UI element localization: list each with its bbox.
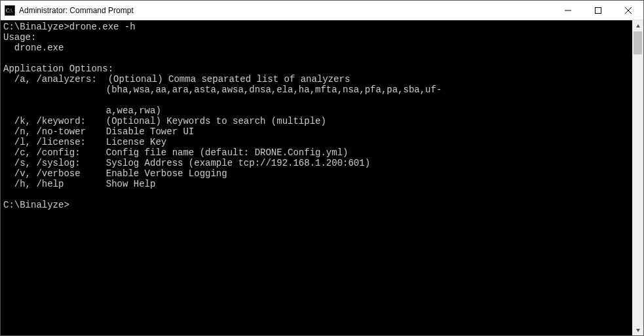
svg-rect-3 bbox=[596, 7, 601, 13]
svg-text:C:\: C:\ bbox=[6, 8, 13, 14]
options-heading: Application Options: bbox=[3, 64, 113, 74]
titlebar[interactable]: C:\ Administrator: Command Prompt bbox=[1, 1, 643, 20]
option-row: a,wea,rwa) bbox=[3, 105, 632, 116]
svg-marker-6 bbox=[636, 24, 640, 28]
option-row: /l, /license: License Key bbox=[3, 137, 632, 147]
command-prompt-window: C:\ Administrator: Command Prompt C:\Bin… bbox=[0, 0, 644, 336]
option-row: /h, /help Show Help bbox=[3, 179, 632, 189]
option-row: /a, /analyzers: (Optional) Comma separat… bbox=[3, 74, 632, 84]
command-text: drone.exe -h bbox=[69, 22, 136, 32]
app-icon: C:\ bbox=[5, 5, 15, 16]
window-title: Administrator: Command Prompt bbox=[19, 6, 553, 15]
usage-line: drone.exe bbox=[3, 43, 64, 53]
vertical-scrollbar[interactable] bbox=[632, 20, 643, 335]
maximize-button[interactable] bbox=[583, 1, 613, 20]
usage-heading: Usage: bbox=[3, 32, 36, 43]
option-row: (bha,wsa,aa,ara,asta,awsa,dnsa,ela,ha,mf… bbox=[3, 84, 632, 95]
minimize-button[interactable] bbox=[553, 1, 583, 20]
close-button[interactable] bbox=[613, 1, 643, 20]
option-row bbox=[3, 95, 632, 105]
scroll-track[interactable] bbox=[632, 31, 643, 324]
terminal[interactable]: C:\Binalyze>drone.exe -h Usage: drone.ex… bbox=[1, 20, 632, 335]
scroll-down-arrow-icon[interactable] bbox=[632, 324, 643, 335]
option-row: /k, /keyword: (Optional) Keywords to sea… bbox=[3, 116, 632, 126]
scroll-thumb[interactable] bbox=[634, 31, 642, 54]
scroll-up-arrow-icon[interactable] bbox=[632, 20, 643, 31]
option-row: /s, /syslog: Syslog Address (example tcp… bbox=[3, 158, 632, 168]
svg-marker-7 bbox=[636, 329, 640, 332]
window-controls bbox=[553, 1, 643, 20]
prompt: C:\Binalyze> bbox=[3, 200, 69, 210]
prompt: C:\Binalyze> bbox=[3, 22, 69, 32]
option-row: /n, /no-tower Disable Tower UI bbox=[3, 126, 632, 137]
option-row: /c, /config: Config file name (default: … bbox=[3, 147, 632, 158]
option-row: /v, /verbose Enable Verbose Logging bbox=[3, 168, 632, 179]
terminal-area: C:\Binalyze>drone.exe -h Usage: drone.ex… bbox=[1, 20, 643, 335]
